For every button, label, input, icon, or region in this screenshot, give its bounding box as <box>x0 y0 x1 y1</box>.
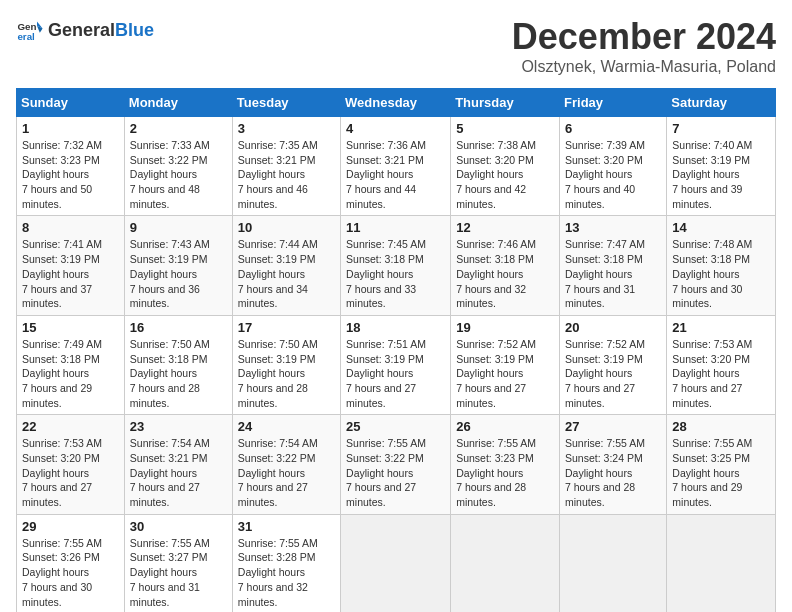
calendar-cell: 26Sunrise: 7:55 AMSunset: 3:23 PMDayligh… <box>451 415 560 514</box>
day-number: 17 <box>238 320 335 335</box>
calendar-cell: 16Sunrise: 7:50 AMSunset: 3:18 PMDayligh… <box>124 315 232 414</box>
day-info: Sunrise: 7:55 AMSunset: 3:28 PMDaylight … <box>238 536 335 609</box>
day-number: 4 <box>346 121 445 136</box>
day-info: Sunrise: 7:55 AMSunset: 3:27 PMDaylight … <box>130 536 227 609</box>
calendar-cell: 15Sunrise: 7:49 AMSunset: 3:18 PMDayligh… <box>17 315 125 414</box>
day-info: Sunrise: 7:39 AMSunset: 3:20 PMDaylight … <box>565 138 661 211</box>
calendar-week-4: 22Sunrise: 7:53 AMSunset: 3:20 PMDayligh… <box>17 415 776 514</box>
day-number: 29 <box>22 519 119 534</box>
day-number: 23 <box>130 419 227 434</box>
day-number: 20 <box>565 320 661 335</box>
calendar-cell: 7Sunrise: 7:40 AMSunset: 3:19 PMDaylight… <box>667 117 776 216</box>
calendar-cell: 24Sunrise: 7:54 AMSunset: 3:22 PMDayligh… <box>232 415 340 514</box>
day-number: 5 <box>456 121 554 136</box>
page-header: Gen eral General Blue December 2024 Olsz… <box>16 16 776 76</box>
calendar-cell: 12Sunrise: 7:46 AMSunset: 3:18 PMDayligh… <box>451 216 560 315</box>
logo-text-general: General <box>48 20 115 41</box>
calendar-cell: 10Sunrise: 7:44 AMSunset: 3:19 PMDayligh… <box>232 216 340 315</box>
day-info: Sunrise: 7:47 AMSunset: 3:18 PMDaylight … <box>565 237 661 310</box>
calendar-cell <box>451 514 560 612</box>
day-number: 16 <box>130 320 227 335</box>
day-info: Sunrise: 7:48 AMSunset: 3:18 PMDaylight … <box>672 237 770 310</box>
calendar-cell: 31Sunrise: 7:55 AMSunset: 3:28 PMDayligh… <box>232 514 340 612</box>
weekday-header-thursday: Thursday <box>451 89 560 117</box>
day-number: 30 <box>130 519 227 534</box>
calendar-cell: 3Sunrise: 7:35 AMSunset: 3:21 PMDaylight… <box>232 117 340 216</box>
weekday-header-monday: Monday <box>124 89 232 117</box>
day-info: Sunrise: 7:55 AMSunset: 3:26 PMDaylight … <box>22 536 119 609</box>
logo-icon: Gen eral <box>16 16 44 44</box>
calendar-table: SundayMondayTuesdayWednesdayThursdayFrid… <box>16 88 776 612</box>
day-info: Sunrise: 7:50 AMSunset: 3:18 PMDaylight … <box>130 337 227 410</box>
calendar-cell: 29Sunrise: 7:55 AMSunset: 3:26 PMDayligh… <box>17 514 125 612</box>
logo-text-blue: Blue <box>115 20 154 41</box>
day-info: Sunrise: 7:49 AMSunset: 3:18 PMDaylight … <box>22 337 119 410</box>
day-info: Sunrise: 7:41 AMSunset: 3:19 PMDaylight … <box>22 237 119 310</box>
weekday-header-saturday: Saturday <box>667 89 776 117</box>
calendar-week-2: 8Sunrise: 7:41 AMSunset: 3:19 PMDaylight… <box>17 216 776 315</box>
calendar-cell: 23Sunrise: 7:54 AMSunset: 3:21 PMDayligh… <box>124 415 232 514</box>
calendar-cell: 17Sunrise: 7:50 AMSunset: 3:19 PMDayligh… <box>232 315 340 414</box>
calendar-cell: 14Sunrise: 7:48 AMSunset: 3:18 PMDayligh… <box>667 216 776 315</box>
location-title: Olsztynek, Warmia-Masuria, Poland <box>512 58 776 76</box>
calendar-cell: 11Sunrise: 7:45 AMSunset: 3:18 PMDayligh… <box>341 216 451 315</box>
day-number: 14 <box>672 220 770 235</box>
calendar-cell: 13Sunrise: 7:47 AMSunset: 3:18 PMDayligh… <box>560 216 667 315</box>
calendar-cell: 18Sunrise: 7:51 AMSunset: 3:19 PMDayligh… <box>341 315 451 414</box>
calendar-week-1: 1Sunrise: 7:32 AMSunset: 3:23 PMDaylight… <box>17 117 776 216</box>
weekday-header-row: SundayMondayTuesdayWednesdayThursdayFrid… <box>17 89 776 117</box>
svg-text:eral: eral <box>17 31 35 42</box>
calendar-cell: 5Sunrise: 7:38 AMSunset: 3:20 PMDaylight… <box>451 117 560 216</box>
calendar-cell: 8Sunrise: 7:41 AMSunset: 3:19 PMDaylight… <box>17 216 125 315</box>
weekday-header-tuesday: Tuesday <box>232 89 340 117</box>
day-info: Sunrise: 7:43 AMSunset: 3:19 PMDaylight … <box>130 237 227 310</box>
day-number: 27 <box>565 419 661 434</box>
day-number: 26 <box>456 419 554 434</box>
calendar-cell: 4Sunrise: 7:36 AMSunset: 3:21 PMDaylight… <box>341 117 451 216</box>
day-number: 15 <box>22 320 119 335</box>
day-info: Sunrise: 7:32 AMSunset: 3:23 PMDaylight … <box>22 138 119 211</box>
day-number: 18 <box>346 320 445 335</box>
calendar-cell: 28Sunrise: 7:55 AMSunset: 3:25 PMDayligh… <box>667 415 776 514</box>
day-number: 1 <box>22 121 119 136</box>
calendar-cell <box>560 514 667 612</box>
day-number: 7 <box>672 121 770 136</box>
day-number: 21 <box>672 320 770 335</box>
day-number: 12 <box>456 220 554 235</box>
day-info: Sunrise: 7:51 AMSunset: 3:19 PMDaylight … <box>346 337 445 410</box>
day-number: 8 <box>22 220 119 235</box>
calendar-week-3: 15Sunrise: 7:49 AMSunset: 3:18 PMDayligh… <box>17 315 776 414</box>
day-info: Sunrise: 7:44 AMSunset: 3:19 PMDaylight … <box>238 237 335 310</box>
calendar-cell <box>667 514 776 612</box>
day-info: Sunrise: 7:40 AMSunset: 3:19 PMDaylight … <box>672 138 770 211</box>
day-number: 25 <box>346 419 445 434</box>
day-number: 11 <box>346 220 445 235</box>
calendar-cell: 21Sunrise: 7:53 AMSunset: 3:20 PMDayligh… <box>667 315 776 414</box>
calendar-cell: 22Sunrise: 7:53 AMSunset: 3:20 PMDayligh… <box>17 415 125 514</box>
day-number: 13 <box>565 220 661 235</box>
logo: Gen eral General Blue <box>16 16 154 44</box>
day-number: 6 <box>565 121 661 136</box>
calendar-title-area: December 2024 Olsztynek, Warmia-Masuria,… <box>512 16 776 76</box>
calendar-cell: 6Sunrise: 7:39 AMSunset: 3:20 PMDaylight… <box>560 117 667 216</box>
day-number: 28 <box>672 419 770 434</box>
calendar-cell: 9Sunrise: 7:43 AMSunset: 3:19 PMDaylight… <box>124 216 232 315</box>
calendar-cell <box>341 514 451 612</box>
day-number: 22 <box>22 419 119 434</box>
day-info: Sunrise: 7:36 AMSunset: 3:21 PMDaylight … <box>346 138 445 211</box>
day-info: Sunrise: 7:38 AMSunset: 3:20 PMDaylight … <box>456 138 554 211</box>
day-info: Sunrise: 7:53 AMSunset: 3:20 PMDaylight … <box>672 337 770 410</box>
calendar-week-5: 29Sunrise: 7:55 AMSunset: 3:26 PMDayligh… <box>17 514 776 612</box>
day-info: Sunrise: 7:55 AMSunset: 3:24 PMDaylight … <box>565 436 661 509</box>
day-number: 10 <box>238 220 335 235</box>
weekday-header-sunday: Sunday <box>17 89 125 117</box>
day-number: 31 <box>238 519 335 534</box>
day-info: Sunrise: 7:55 AMSunset: 3:23 PMDaylight … <box>456 436 554 509</box>
day-number: 9 <box>130 220 227 235</box>
day-number: 3 <box>238 121 335 136</box>
calendar-cell: 1Sunrise: 7:32 AMSunset: 3:23 PMDaylight… <box>17 117 125 216</box>
day-number: 19 <box>456 320 554 335</box>
calendar-cell: 2Sunrise: 7:33 AMSunset: 3:22 PMDaylight… <box>124 117 232 216</box>
day-info: Sunrise: 7:33 AMSunset: 3:22 PMDaylight … <box>130 138 227 211</box>
day-info: Sunrise: 7:52 AMSunset: 3:19 PMDaylight … <box>456 337 554 410</box>
